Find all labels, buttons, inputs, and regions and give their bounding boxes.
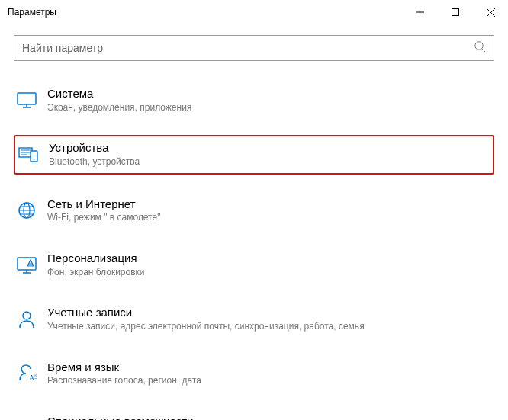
category-subtitle: Учетные записи, адрес электронной почты,…	[47, 321, 365, 333]
maximize-icon	[452, 8, 459, 16]
category-subtitle: Bluetooth, устройства	[49, 156, 140, 168]
maximize-button[interactable]	[438, 0, 473, 24]
category-ease[interactable]: Специальные возможности Экранный диктор,…	[14, 409, 494, 420]
categories-list: Система Экран, уведомления, приложения У…	[14, 81, 494, 420]
window-title: Параметры	[8, 7, 56, 18]
content-area: Система Экран, уведомления, приложения У…	[0, 24, 508, 420]
svg-rect-2	[18, 93, 36, 104]
time-icon: A字	[17, 364, 37, 383]
minimize-icon	[416, 8, 424, 16]
search-icon	[474, 40, 486, 56]
category-personalization[interactable]: Персонализация Фон, экран блокировки	[14, 245, 494, 284]
category-title: Сеть и Интернет	[47, 197, 160, 212]
close-button[interactable]	[473, 0, 508, 24]
minimize-button[interactable]	[403, 0, 438, 24]
devices-icon	[18, 145, 38, 165]
category-subtitle: Фон, экран блокировки	[47, 267, 145, 279]
system-icon	[17, 91, 37, 111]
close-icon	[487, 8, 495, 17]
category-accounts[interactable]: Учетные записи Учетные записи, адрес эле…	[14, 300, 494, 338]
category-subtitle: Распознавание голоса, регион, дата	[47, 375, 201, 387]
svg-rect-8	[18, 258, 36, 270]
network-icon	[17, 200, 37, 220]
personalization-icon	[17, 255, 37, 275]
category-subtitle: Wi-Fi, режим " в самолете"	[47, 212, 160, 224]
search-box[interactable]	[14, 35, 494, 61]
svg-point-5	[34, 159, 35, 161]
search-input[interactable]	[22, 42, 474, 54]
svg-point-1	[475, 42, 483, 50]
category-title: Устройства	[49, 141, 140, 155]
category-title: Время и язык	[47, 361, 201, 375]
category-title: Специальные возможности	[47, 415, 252, 420]
category-title: Учетные записи	[47, 306, 365, 320]
svg-rect-0	[452, 9, 459, 16]
category-title: Система	[47, 87, 191, 101]
svg-point-9	[23, 312, 31, 319]
category-title: Персонализация	[47, 252, 145, 266]
category-time[interactable]: A字 Время и язык Распознавание голоса, ре…	[14, 354, 494, 393]
accounts-icon	[17, 309, 37, 329]
titlebar: Параметры	[0, 0, 508, 24]
category-devices[interactable]: Устройства Bluetooth, устройства	[14, 135, 494, 174]
category-network[interactable]: Сеть и Интернет Wi-Fi, режим " в самолет…	[14, 191, 494, 230]
category-system[interactable]: Система Экран, уведомления, приложения	[14, 81, 494, 120]
window-controls	[403, 0, 508, 24]
svg-text:A字: A字	[29, 374, 37, 382]
category-subtitle: Экран, уведомления, приложения	[47, 102, 191, 114]
